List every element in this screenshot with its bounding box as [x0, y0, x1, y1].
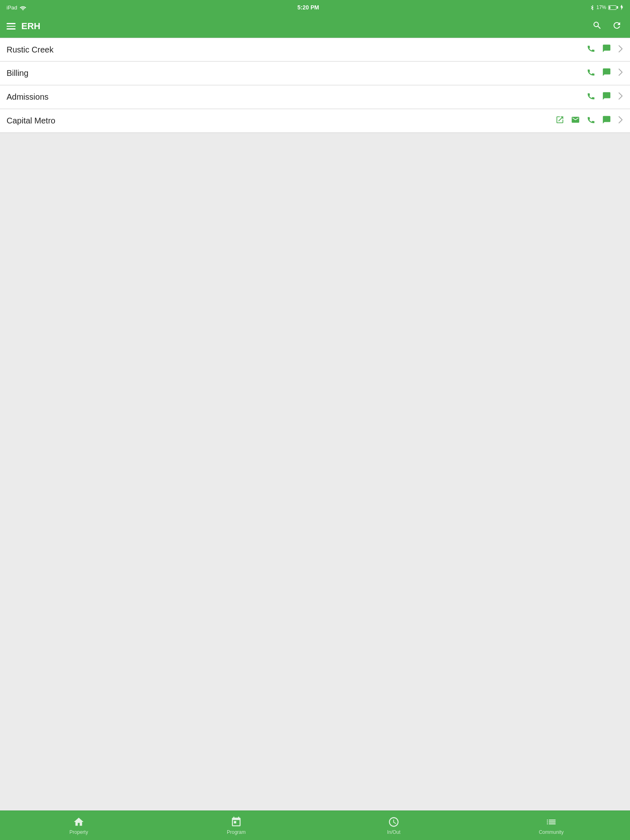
- bluetooth-icon: [590, 5, 594, 10]
- phone-icon[interactable]: [587, 44, 596, 55]
- status-time: 5:20 PM: [297, 4, 319, 11]
- list-item-capital-metro[interactable]: Capital Metro: [0, 109, 630, 133]
- list-item-billing[interactable]: Billing: [0, 62, 630, 85]
- tab-program-label: Program: [227, 829, 246, 835]
- list-item-icons-billing: [587, 68, 611, 79]
- nav-bar: ERH: [0, 15, 630, 38]
- chat-icon[interactable]: [602, 44, 611, 55]
- menu-button[interactable]: [7, 23, 16, 30]
- phone-icon[interactable]: [587, 91, 596, 103]
- wifi-icon: [20, 5, 26, 10]
- status-bar-left: iPad: [7, 5, 26, 11]
- list-item-admissions[interactable]: Admissions: [0, 85, 630, 109]
- search-icon: [592, 21, 602, 30]
- chat-icon[interactable]: [602, 68, 611, 79]
- tab-program[interactable]: Program: [158, 811, 315, 840]
- search-button[interactable]: [591, 19, 604, 34]
- nav-bar-right: [591, 19, 623, 34]
- list-item-rustic-creek[interactable]: Rustic Creek: [0, 38, 630, 62]
- status-bar-right: 17%: [590, 5, 623, 10]
- tab-property-label: Property: [69, 829, 88, 835]
- chevron-right-icon: [618, 116, 623, 126]
- status-bar: iPad 5:20 PM 17%: [0, 0, 630, 15]
- battery-percent: 17%: [596, 5, 606, 10]
- tab-property[interactable]: Property: [0, 811, 158, 840]
- tab-bar: Property Program In/Out Community: [0, 810, 630, 840]
- list-item-icons-rustic-creek: [587, 44, 611, 55]
- list-item-label-rustic-creek: Rustic Creek: [7, 45, 587, 55]
- chevron-right-icon: [618, 68, 623, 78]
- refresh-button[interactable]: [610, 19, 623, 34]
- tab-inout[interactable]: In/Out: [315, 811, 472, 840]
- contact-list: Rustic CreekBillingAdmissionsCapital Met…: [0, 38, 630, 810]
- tab-community-label: Community: [539, 829, 564, 835]
- refresh-icon: [612, 21, 622, 30]
- phone-icon[interactable]: [587, 68, 596, 79]
- clock-icon: [388, 816, 399, 828]
- email-icon[interactable]: [571, 115, 580, 127]
- tab-inout-label: In/Out: [387, 829, 401, 835]
- calendar-icon: [231, 816, 242, 828]
- nav-title: ERH: [21, 21, 40, 32]
- list-item-label-admissions: Admissions: [7, 92, 587, 102]
- building-icon: [73, 816, 84, 828]
- chevron-right-icon: [618, 92, 623, 102]
- list-icon: [546, 816, 557, 828]
- list-item-icons-capital-metro: [555, 115, 611, 127]
- chat-icon[interactable]: [602, 91, 611, 103]
- svg-marker-0: [621, 5, 623, 10]
- charging-icon: [620, 5, 623, 10]
- battery-indicator: [608, 5, 618, 10]
- external-link-icon[interactable]: [555, 115, 564, 127]
- phone-icon[interactable]: [587, 115, 596, 127]
- tab-community[interactable]: Community: [472, 811, 630, 840]
- chevron-right-icon: [618, 45, 623, 55]
- list-item-label-capital-metro: Capital Metro: [7, 116, 555, 126]
- list-item-icons-admissions: [587, 91, 611, 103]
- list-item-label-billing: Billing: [7, 68, 587, 78]
- chat-icon[interactable]: [602, 115, 611, 127]
- nav-bar-left: ERH: [7, 21, 40, 32]
- device-label: iPad: [7, 5, 17, 11]
